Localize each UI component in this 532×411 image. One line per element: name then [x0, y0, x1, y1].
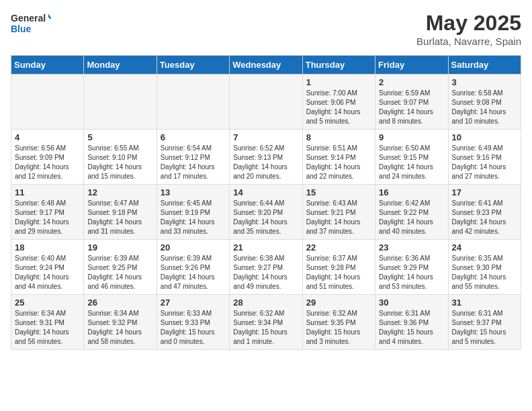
calendar-cell: 25Sunrise: 6:34 AM Sunset: 9:31 PM Dayli…: [11, 295, 84, 350]
calendar-cell: 28Sunrise: 6:32 AM Sunset: 9:34 PM Dayli…: [230, 295, 302, 350]
day-info: Sunrise: 6:36 AM Sunset: 9:29 PM Dayligh…: [379, 254, 444, 291]
calendar-cell: 13Sunrise: 6:45 AM Sunset: 9:19 PM Dayli…: [157, 185, 229, 240]
calendar-cell: 26Sunrise: 6:34 AM Sunset: 9:32 PM Dayli…: [84, 295, 157, 350]
calendar-cell: 27Sunrise: 6:33 AM Sunset: 9:33 PM Dayli…: [157, 295, 229, 350]
svg-text:General: General: [11, 13, 46, 24]
calendar-cell: 9Sunrise: 6:50 AM Sunset: 9:15 PM Daylig…: [375, 130, 448, 185]
calendar-cell: [11, 75, 84, 130]
calendar-cell: 30Sunrise: 6:31 AM Sunset: 9:36 PM Dayli…: [375, 295, 448, 350]
day-info: Sunrise: 6:40 AM Sunset: 9:24 PM Dayligh…: [15, 254, 80, 291]
day-info: Sunrise: 6:37 AM Sunset: 9:28 PM Dayligh…: [306, 254, 371, 291]
calendar-cell: 18Sunrise: 6:40 AM Sunset: 9:24 PM Dayli…: [11, 240, 84, 295]
day-number: 27: [161, 298, 226, 308]
day-info: Sunrise: 6:32 AM Sunset: 9:35 PM Dayligh…: [306, 309, 371, 347]
day-number: 17: [452, 187, 517, 197]
day-number: 22: [306, 242, 371, 253]
calendar-cell: 19Sunrise: 6:39 AM Sunset: 9:25 PM Dayli…: [84, 240, 157, 295]
day-info: Sunrise: 6:59 AM Sunset: 9:07 PM Dayligh…: [379, 89, 444, 126]
day-number: 12: [87, 187, 152, 197]
calendar-cell: 24Sunrise: 6:35 AM Sunset: 9:30 PM Dayli…: [448, 240, 521, 295]
svg-marker-2: [48, 13, 51, 20]
calendar-cell: 12Sunrise: 6:47 AM Sunset: 9:18 PM Dayli…: [84, 185, 157, 240]
header-day-saturday: Saturday: [448, 56, 521, 75]
calendar-cell: 15Sunrise: 6:43 AM Sunset: 9:21 PM Dayli…: [302, 185, 375, 240]
day-number: 29: [306, 298, 371, 308]
day-number: 31: [452, 298, 517, 308]
calendar-cell: [230, 75, 302, 130]
day-number: 10: [452, 132, 517, 142]
calendar-cell: 22Sunrise: 6:37 AM Sunset: 9:28 PM Dayli…: [302, 240, 375, 295]
page-title: May 2025: [416, 11, 521, 36]
day-number: 7: [233, 132, 298, 142]
day-info: Sunrise: 6:44 AM Sunset: 9:20 PM Dayligh…: [233, 199, 298, 236]
day-info: Sunrise: 6:39 AM Sunset: 9:25 PM Dayligh…: [87, 254, 152, 291]
day-number: 21: [233, 242, 298, 253]
header-day-thursday: Thursday: [302, 56, 375, 75]
calendar-cell: 23Sunrise: 6:36 AM Sunset: 9:29 PM Dayli…: [375, 240, 448, 295]
calendar-cell: 20Sunrise: 6:39 AM Sunset: 9:26 PM Dayli…: [157, 240, 229, 295]
header-day-tuesday: Tuesday: [157, 56, 229, 75]
logo-svg: General Blue: [11, 11, 51, 35]
day-info: Sunrise: 6:48 AM Sunset: 9:17 PM Dayligh…: [15, 199, 80, 236]
calendar-week-2: 4Sunrise: 6:56 AM Sunset: 9:09 PM Daylig…: [11, 130, 521, 185]
day-number: 28: [233, 298, 298, 308]
logo: General Blue: [11, 11, 51, 35]
header: General Blue May 2025 Burlata, Navarre, …: [11, 11, 521, 47]
page-subtitle: Burlata, Navarre, Spain: [416, 36, 521, 47]
day-info: Sunrise: 6:31 AM Sunset: 9:36 PM Dayligh…: [379, 309, 444, 347]
day-number: 9: [379, 132, 444, 142]
day-number: 24: [452, 242, 517, 253]
day-number: 18: [15, 242, 80, 253]
day-number: 26: [87, 298, 152, 308]
day-number: 8: [306, 132, 371, 142]
day-number: 15: [306, 187, 371, 197]
day-number: 20: [161, 242, 226, 253]
day-info: Sunrise: 6:45 AM Sunset: 9:19 PM Dayligh…: [161, 199, 226, 236]
calendar-week-5: 25Sunrise: 6:34 AM Sunset: 9:31 PM Dayli…: [11, 295, 521, 350]
calendar-cell: 7Sunrise: 6:52 AM Sunset: 9:13 PM Daylig…: [230, 130, 302, 185]
day-info: Sunrise: 6:41 AM Sunset: 9:23 PM Dayligh…: [452, 199, 517, 236]
calendar-cell: 8Sunrise: 6:51 AM Sunset: 9:14 PM Daylig…: [302, 130, 375, 185]
day-info: Sunrise: 6:34 AM Sunset: 9:32 PM Dayligh…: [87, 309, 152, 347]
calendar-cell: [84, 75, 157, 130]
calendar-cell: 5Sunrise: 6:55 AM Sunset: 9:10 PM Daylig…: [84, 130, 157, 185]
day-info: Sunrise: 6:38 AM Sunset: 9:27 PM Dayligh…: [233, 254, 298, 291]
day-info: Sunrise: 6:54 AM Sunset: 9:12 PM Dayligh…: [161, 144, 226, 181]
day-number: 14: [233, 187, 298, 197]
title-area: May 2025 Burlata, Navarre, Spain: [416, 11, 521, 47]
day-info: Sunrise: 6:34 AM Sunset: 9:31 PM Dayligh…: [15, 309, 80, 347]
day-number: 25: [15, 298, 80, 308]
day-info: Sunrise: 6:31 AM Sunset: 9:37 PM Dayligh…: [452, 309, 517, 347]
calendar-cell: 31Sunrise: 6:31 AM Sunset: 9:37 PM Dayli…: [448, 295, 521, 350]
calendar-cell: 4Sunrise: 6:56 AM Sunset: 9:09 PM Daylig…: [11, 130, 84, 185]
day-info: Sunrise: 6:39 AM Sunset: 9:26 PM Dayligh…: [161, 254, 226, 291]
day-number: 16: [379, 187, 444, 197]
calendar-cell: 17Sunrise: 6:41 AM Sunset: 9:23 PM Dayli…: [448, 185, 521, 240]
header-day-friday: Friday: [375, 56, 448, 75]
calendar-cell: 16Sunrise: 6:42 AM Sunset: 9:22 PM Dayli…: [375, 185, 448, 240]
calendar-week-4: 18Sunrise: 6:40 AM Sunset: 9:24 PM Dayli…: [11, 240, 521, 295]
calendar-header-row: SundayMondayTuesdayWednesdayThursdayFrid…: [11, 56, 521, 75]
day-number: 6: [161, 132, 226, 142]
day-info: Sunrise: 7:00 AM Sunset: 9:06 PM Dayligh…: [306, 89, 371, 126]
day-info: Sunrise: 6:47 AM Sunset: 9:18 PM Dayligh…: [87, 199, 152, 236]
day-info: Sunrise: 6:35 AM Sunset: 9:30 PM Dayligh…: [452, 254, 517, 291]
day-info: Sunrise: 6:51 AM Sunset: 9:14 PM Dayligh…: [306, 144, 371, 181]
day-info: Sunrise: 6:32 AM Sunset: 9:34 PM Dayligh…: [233, 309, 298, 347]
day-number: 3: [452, 77, 517, 87]
day-number: 1: [306, 77, 371, 87]
day-number: 13: [161, 187, 226, 197]
day-info: Sunrise: 6:50 AM Sunset: 9:15 PM Dayligh…: [379, 144, 444, 181]
calendar-cell: 2Sunrise: 6:59 AM Sunset: 9:07 PM Daylig…: [375, 75, 448, 130]
calendar-cell: 21Sunrise: 6:38 AM Sunset: 9:27 PM Dayli…: [230, 240, 302, 295]
calendar-cell: [157, 75, 229, 130]
header-day-sunday: Sunday: [11, 56, 84, 75]
day-info: Sunrise: 6:58 AM Sunset: 9:08 PM Dayligh…: [452, 89, 517, 126]
svg-text:Blue: Blue: [11, 24, 32, 34]
header-day-wednesday: Wednesday: [230, 56, 302, 75]
day-info: Sunrise: 6:49 AM Sunset: 9:16 PM Dayligh…: [452, 144, 517, 181]
calendar-cell: 11Sunrise: 6:48 AM Sunset: 9:17 PM Dayli…: [11, 185, 84, 240]
calendar-table: SundayMondayTuesdayWednesdayThursdayFrid…: [11, 55, 521, 350]
day-info: Sunrise: 6:33 AM Sunset: 9:33 PM Dayligh…: [161, 309, 226, 347]
day-number: 4: [15, 132, 80, 142]
